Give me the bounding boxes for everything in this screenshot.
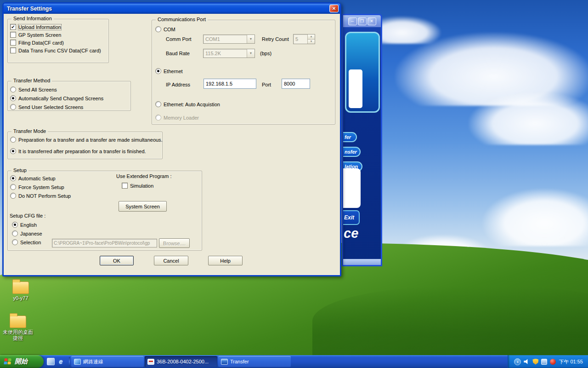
display-icon[interactable] <box>541 359 547 365</box>
background-window-white-panel <box>349 69 362 108</box>
radio-icon <box>10 193 16 199</box>
ethernet-radio[interactable]: Ethernet <box>155 68 183 74</box>
desktop-icon-label: y0-y77 <box>5 295 37 301</box>
dialog-titlebar[interactable]: Transfer Settings ✕ <box>4 4 340 14</box>
volume-icon[interactable] <box>524 359 530 365</box>
cloud <box>482 189 588 246</box>
use-extended-program-label: Use Extended Program : <box>116 173 171 179</box>
internet-explorer-icon[interactable]: e <box>57 358 65 365</box>
upload-information-checkbox[interactable]: Upload Information <box>10 24 61 30</box>
simultaneous-transfer-radio[interactable]: Preparation for a transfer and a transfe… <box>10 137 163 143</box>
send-all-screens-radio[interactable]: Send All Screens <box>10 86 57 92</box>
automatic-setup-radio[interactable]: Automatic Setup <box>10 175 56 181</box>
auto-send-changed-screens-radio[interactable]: Automatically Send Changed Screens <box>10 95 103 101</box>
checkbox-icon <box>10 24 16 30</box>
proface-logo-fragment: ce <box>344 226 358 241</box>
task-label: Transfer <box>230 359 249 364</box>
system-screen-button[interactable]: System Screen <box>119 201 167 212</box>
retry-count-value: 5 <box>294 34 307 44</box>
radio-label: Memory Loader <box>164 115 199 121</box>
ethernet-auto-acquisition-radio[interactable]: Ethernet: Auto Acquistion <box>155 101 220 107</box>
dropdown-arrow-icon: ▼ <box>247 49 254 58</box>
close-icon[interactable]: ✕ <box>368 17 376 25</box>
gp-system-screen-checkbox[interactable]: GP System Screen <box>10 32 61 38</box>
group-legend: Transfer Mode <box>11 128 48 134</box>
after-preparation-transfer-radio[interactable]: It is transferred after preparation for … <box>10 148 146 154</box>
radio-icon <box>10 148 16 154</box>
background-window-titlebar[interactable]: ─ ❐ ✕ <box>343 15 381 27</box>
close-icon[interactable]: ✕ <box>329 5 339 12</box>
cfg-selection-radio[interactable]: Selection <box>12 239 41 245</box>
hidden-icons-chevron-icon[interactable]: ‹ <box>514 358 521 365</box>
checkbox-label: GP System Screen <box>18 32 61 38</box>
system-tray: ‹ 下午 01:55 <box>508 355 588 368</box>
background-window[interactable]: ─ ❐ ✕ fer nsfer lation Exit ce <box>342 14 382 266</box>
taskbar-separator <box>69 357 70 366</box>
quick-launch: e <box>44 355 68 368</box>
radio-icon <box>155 26 161 32</box>
exit-button[interactable]: Exit <box>343 210 360 225</box>
radio-icon <box>12 230 18 236</box>
start-button[interactable]: 開始 <box>0 355 44 368</box>
taskbar: 開始 e 網路連線 36B-2008-0402-2500... Transfer… <box>0 355 588 368</box>
background-window-button[interactable]: nsfer <box>343 147 361 157</box>
radio-icon <box>155 68 161 74</box>
ok-button[interactable]: OK <box>100 256 134 265</box>
force-system-setup-radio[interactable]: Force System Setup <box>10 184 64 190</box>
cfg-japanese-radio[interactable]: Japanese <box>12 230 42 236</box>
folder-icon <box>12 282 29 294</box>
task-label: 36B-2008-0402-2500... <box>157 359 209 364</box>
radio-icon <box>10 95 16 101</box>
port-input[interactable] <box>282 79 310 89</box>
desktop-icon-y0-y77[interactable]: y0-y77 <box>5 282 37 301</box>
help-button[interactable]: Help <box>208 256 243 265</box>
messenger-icon[interactable] <box>550 359 556 365</box>
desktop-icon-unused-shortcuts[interactable]: 未使用的桌面捷徑 <box>2 316 34 341</box>
comm-port-value: COM1 <box>204 35 247 43</box>
simulation-checkbox[interactable]: Simulation <box>122 183 153 189</box>
baud-rate-select: 115.2K ▼ <box>203 49 255 58</box>
radio-label: Automatically Send Changed Screens <box>18 96 103 101</box>
radio-icon <box>10 86 16 92</box>
spin-down-icon: ▼ <box>307 39 315 44</box>
checkbox-label: Data Trans Func CSV Data(CF card) <box>18 48 101 53</box>
transfer-mode-group: Transfer Mode <box>7 132 163 159</box>
radio-label: English <box>20 222 37 228</box>
taskbar-clock: 下午 01:55 <box>559 358 583 365</box>
background-window-list-panel <box>343 168 361 208</box>
taskbar-task-transfer[interactable]: Transfer <box>218 356 291 367</box>
checkbox-label: Upload Information <box>18 24 61 30</box>
background-window-button[interactable]: fer <box>343 132 357 142</box>
hill-shading <box>312 287 588 356</box>
radio-label: Ethernet: Auto Acquistion <box>164 102 220 107</box>
ip-address-input[interactable] <box>204 79 256 89</box>
checkbox-icon <box>122 183 128 189</box>
port-label: Port <box>262 82 271 87</box>
security-shield-icon[interactable] <box>532 359 538 365</box>
baud-rate-label: Baud Rate <box>166 51 190 56</box>
group-legend: Communications Port <box>156 17 208 22</box>
dropdown-arrow-icon: ▼ <box>247 35 254 43</box>
com-radio[interactable]: COM <box>155 26 175 32</box>
bps-unit-label: (bps) <box>260 51 271 56</box>
cancel-button[interactable]: Cancel <box>154 256 188 265</box>
do-not-perform-setup-radio[interactable]: Do NOT Perform Setup <box>10 193 71 199</box>
radio-label: Do NOT Perform Setup <box>18 193 71 199</box>
comm-port-label: Comm Port <box>166 36 192 42</box>
folder-icon <box>10 316 26 328</box>
send-user-selected-screens-radio[interactable]: Send User Selected Screens <box>10 104 83 110</box>
cfg-english-radio[interactable]: English <box>12 222 37 228</box>
taskbar-task-network-connections[interactable]: 網路連線 <box>71 356 144 367</box>
retry-count-label: Retry Count <box>262 36 289 42</box>
filing-data-checkbox[interactable]: Filing Data(CF card) <box>10 40 64 46</box>
radio-label: Selection <box>20 240 41 245</box>
checkbox-label: Filing Data(CF card) <box>18 40 64 46</box>
show-desktop-icon[interactable] <box>47 358 55 365</box>
radio-icon <box>10 175 16 181</box>
minimize-icon[interactable]: ─ <box>348 17 357 25</box>
radio-label: Japanese <box>20 231 42 236</box>
data-trans-func-csv-checkbox[interactable]: Data Trans Func CSV Data(CF card) <box>10 47 101 53</box>
dialog-body: Send Information Upload Information GP S… <box>4 14 340 275</box>
taskbar-task-project-file[interactable]: 36B-2008-0402-2500... <box>145 356 217 367</box>
maximize-icon[interactable]: ❐ <box>358 17 367 25</box>
